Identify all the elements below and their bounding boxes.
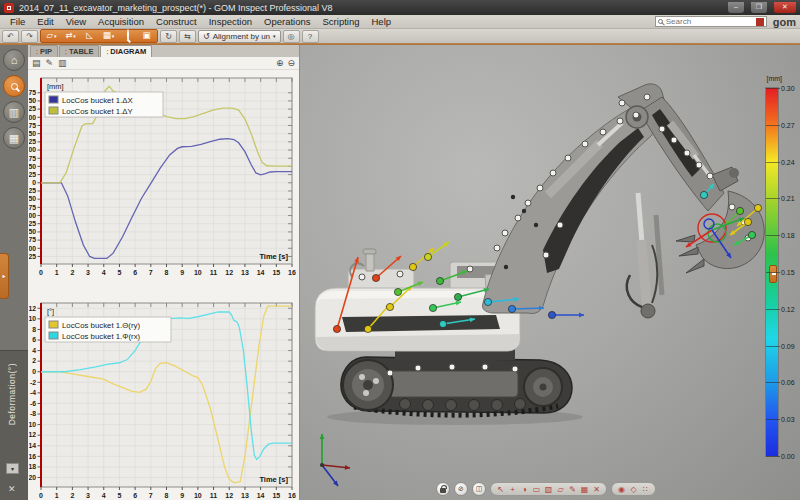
diagram-tool-0[interactable]: ▤ — [32, 57, 41, 69]
camera-view-button[interactable]: ⊘ — [454, 482, 468, 496]
minimize-button[interactable]: – — [728, 2, 744, 13]
redo-button[interactable]: ↷ — [21, 30, 38, 43]
svg-text:200: 200 — [29, 114, 36, 121]
reference-point-marker[interactable] — [502, 230, 508, 236]
menu-scripting[interactable]: Scripting — [317, 15, 366, 28]
lasso-select-button[interactable]: ▧ — [544, 484, 553, 495]
camera-button[interactable]: ▣ — [138, 30, 155, 43]
reference-point-marker[interactable] — [415, 365, 421, 371]
search-box[interactable] — [655, 16, 767, 27]
reference-point-marker[interactable] — [659, 126, 665, 132]
pause-view-button[interactable]: ◫ — [472, 482, 486, 496]
zoom-tool-button[interactable] — [119, 30, 136, 43]
displacement-chart[interactable]: 2752502252001751501251007550250-25-50-75… — [29, 72, 299, 289]
reference-point-marker[interactable] — [671, 137, 677, 143]
eye-select-button[interactable]: ◑ — [520, 484, 529, 495]
reference-point-marker[interactable] — [515, 215, 521, 221]
reference-point-marker[interactable] — [633, 112, 639, 118]
reference-point-marker[interactable] — [537, 185, 543, 191]
tab-pip[interactable]: ⁚PIP — [30, 45, 58, 57]
reference-point-marker[interactable] — [582, 141, 588, 147]
add-point-button[interactable]: + — [508, 484, 517, 495]
diagram-tool-1[interactable]: ✎ — [46, 57, 54, 69]
menu-acquisition[interactable]: Acquisition — [92, 15, 150, 28]
polygon-tool-button[interactable]: ▱▾ — [43, 30, 60, 43]
reference-point-marker[interactable] — [565, 155, 571, 161]
search-input[interactable] — [666, 17, 753, 26]
diagram-tool-2[interactable]: ▥ — [58, 57, 67, 69]
deviation-vector[interactable] — [548, 311, 584, 318]
reference-point-marker[interactable] — [359, 274, 365, 280]
reference-point-marker[interactable] — [696, 162, 702, 168]
deviation-vector[interactable] — [424, 242, 449, 261]
polygon-select-button[interactable]: ▱ — [556, 484, 565, 495]
tab-diagram[interactable]: ⁚DIAGRAM — [100, 45, 152, 57]
menu-inspection[interactable]: Inspection — [203, 15, 258, 28]
image-tool-button[interactable]: ▦▾ — [100, 30, 117, 43]
clear-selection-button[interactable]: ✕ — [592, 484, 601, 495]
select-cursor-button[interactable]: ↖ — [496, 484, 505, 495]
reference-point-marker[interactable] — [684, 150, 690, 156]
colorbar-handle[interactable] — [769, 265, 777, 283]
diagram-zoom-tool-0[interactable]: ⊕ — [276, 57, 284, 69]
split-views-button[interactable]: ∷ — [641, 484, 650, 495]
lock-view-button[interactable] — [436, 482, 450, 496]
help-button[interactable]: ? — [302, 30, 319, 43]
pen-select-button[interactable]: ✎ — [568, 484, 577, 495]
sync-button[interactable]: ⇆ — [179, 30, 196, 43]
dropdown-caret-icon: ▾ — [112, 33, 115, 39]
menu-view[interactable]: View — [60, 15, 92, 28]
excavator-model[interactable] — [300, 45, 800, 500]
link-views-button[interactable]: ◇ — [629, 484, 638, 495]
search-button[interactable] — [3, 75, 25, 97]
panel-collapse-handle[interactable]: ▸ — [0, 253, 9, 299]
reference-point-marker[interactable] — [397, 271, 403, 277]
reference-point-marker[interactable] — [387, 370, 393, 376]
menu-help[interactable]: Help — [365, 15, 397, 28]
close-panel-icon[interactable]: ✕ — [8, 484, 16, 494]
menu-operations[interactable]: Operations — [258, 15, 316, 28]
menu-edit[interactable]: Edit — [31, 15, 59, 28]
reference-point-marker[interactable] — [707, 173, 713, 179]
reference-point-marker[interactable] — [729, 204, 735, 210]
reference-point-marker[interactable] — [525, 200, 531, 206]
svg-text:125: 125 — [29, 138, 36, 145]
layer-menu-button[interactable]: ▾ — [6, 463, 19, 474]
display-button[interactable]: ▥ — [3, 101, 25, 123]
deviation-colorbar[interactable]: 0.300.270.240.210.180.150.120.090.060.03… — [765, 87, 779, 457]
stamp-button[interactable]: ◎ — [283, 30, 300, 43]
measure-tool-button[interactable]: ◺ — [81, 30, 98, 43]
reference-point-marker[interactable] — [449, 364, 455, 370]
reference-point-marker[interactable] — [617, 118, 623, 124]
maximize-button[interactable]: ❐ — [751, 2, 767, 13]
reference-point-marker[interactable] — [557, 222, 563, 228]
reference-point-marker[interactable] — [482, 364, 488, 370]
search-go-button[interactable] — [756, 18, 764, 26]
sync-views-button[interactable]: ◉ — [617, 484, 626, 495]
reference-point-marker[interactable] — [644, 94, 650, 100]
reference-point-marker[interactable] — [600, 129, 606, 135]
reference-point-marker[interactable] — [550, 170, 556, 176]
reference-point-marker[interactable] — [494, 245, 500, 251]
menu-file[interactable]: File — [4, 15, 31, 28]
home-button[interactable]: ⌂ — [3, 49, 25, 71]
refresh-button[interactable]: ↻ — [160, 30, 177, 43]
grid-button[interactable]: ▦ — [3, 127, 25, 149]
undo-button[interactable]: ↶ — [2, 30, 19, 43]
viewport-3d[interactable]: [mm] 0.300.270.240.210.180.150.120.090.0… — [300, 45, 800, 500]
alignment-icon: ↺ — [203, 32, 210, 41]
close-button[interactable]: ✕ — [774, 2, 796, 13]
reference-point-marker[interactable] — [467, 266, 473, 272]
link-tool-button[interactable]: ⇄▾ — [62, 30, 79, 43]
colorbar-tick-label: 0.30 — [778, 85, 796, 92]
alignment-dropdown[interactable]: ↺Alignment by un▾ — [198, 30, 281, 43]
surface-select-button[interactable]: ▦ — [580, 484, 589, 495]
menu-construct[interactable]: Construct — [150, 15, 203, 28]
rect-select-button[interactable]: ▭ — [532, 484, 541, 495]
reference-point-marker[interactable] — [619, 100, 625, 106]
reference-point-marker[interactable] — [543, 252, 549, 258]
tab-table[interactable]: ⁚TABLE — [59, 45, 99, 57]
rotation-chart[interactable]: 121086420-2-4-6-8-10-12-14-16-18-2001234… — [29, 295, 299, 500]
diagram-zoom-tool-1[interactable]: ⊖ — [287, 57, 295, 69]
reference-point-marker[interactable] — [512, 366, 518, 372]
